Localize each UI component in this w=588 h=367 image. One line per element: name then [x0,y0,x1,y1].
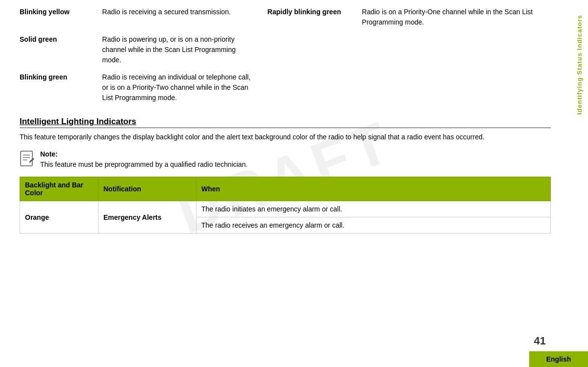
note-box: Note: This feature must be preprogrammed… [20,149,551,170]
lighting-notification-emergency: Emergency Alerts [98,201,196,234]
led-desc-rapidly-blinking: Radio is on a Priority-One channel while… [362,5,551,32]
led-indicator-table: Blinking yellow Radio is receiving a sec… [20,5,551,108]
led-row-3: Blinking green Radio is receiving an ind… [20,70,551,108]
lighting-color-orange: Orange [20,201,98,234]
led-row-1: Blinking yellow Radio is receiving a sec… [20,5,551,32]
led-desc-solid-green: Radio is powering up, or is on a non-pri… [102,32,268,70]
main-content: DRAFT Blinking yellow Radio is receiving… [0,0,570,367]
led-desc-empty-1 [362,32,551,70]
lighting-header-notification: Notification [98,177,196,201]
lighting-table: Backlight and Bar Color Notification Whe… [20,177,551,234]
lighting-row-orange-1: Orange Emergency Alerts The radio initia… [20,201,551,217]
section-intro: This feature temporarily changes the dis… [20,132,551,142]
lighting-header-when: When [196,177,551,201]
led-label-empty-2 [268,70,362,108]
right-sidebar: Identifying Status Indicators [570,0,588,367]
section-heading: Intelligent Lighting Indicators [20,117,551,128]
led-desc-blinking-green: Radio is receiving an individual or tele… [102,70,268,108]
led-label-empty-1 [268,32,362,70]
led-desc-empty-2 [362,70,551,108]
svg-rect-0 [21,151,32,166]
lighting-when-2: The radio receives an emergency alarm or… [196,217,551,234]
content-area: Blinking yellow Radio is receiving a sec… [20,5,551,234]
led-label-solid-green: Solid green [20,32,102,70]
led-label-blinking-green: Blinking green [20,70,102,108]
page-container: DRAFT Blinking yellow Radio is receiving… [0,0,588,367]
note-title: Note: [40,150,58,158]
led-desc-blinking-yellow: Radio is receiving a secured transmissio… [102,5,268,32]
note-body: This feature must be preprogrammed by a … [40,160,247,168]
led-row-2: Solid green Radio is powering up, or is … [20,32,551,70]
page-number: 41 [534,335,546,347]
lighting-table-header-row: Backlight and Bar Color Notification Whe… [20,177,551,201]
led-label-blinking-yellow: Blinking yellow [20,5,102,32]
note-icon [20,150,35,168]
note-content: Note: This feature must be preprogrammed… [40,149,247,170]
sidebar-rotated-text: Identifying Status Indicators [576,15,583,115]
led-label-rapidly-blinking: Rapidly blinking green [268,5,362,32]
lighting-when-1: The radio initiates an emergency alarm o… [196,201,551,217]
english-badge: English [529,351,588,367]
lighting-header-color: Backlight and Bar Color [20,177,98,201]
